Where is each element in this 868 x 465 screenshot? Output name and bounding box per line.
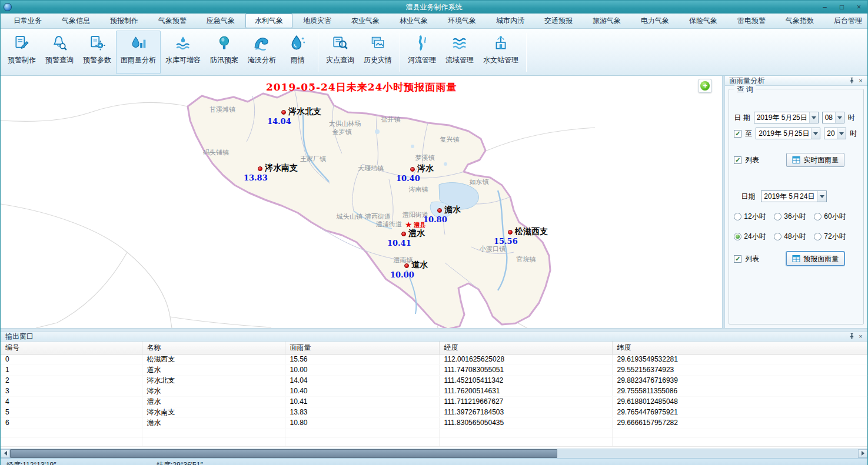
- end-date-checkbox[interactable]: ✓: [734, 130, 741, 138]
- pin-icon[interactable]: [847, 76, 856, 85]
- scrollbar-track[interactable]: [557, 449, 858, 458]
- station-dot-icon: [281, 110, 286, 115]
- table-cell: 112.001625625028: [439, 354, 612, 364]
- scroll-left-icon[interactable]: [1, 449, 10, 458]
- pin-icon[interactable]: [847, 332, 856, 340]
- duration-radio-4[interactable]: 48小时: [774, 232, 814, 242]
- toolbar-item-disaster-history[interactable]: 历史灾情: [359, 31, 397, 74]
- table-row[interactable]: 3涔水10.40111.7620051463129.7555811355086: [1, 386, 867, 396]
- menu-tab-0[interactable]: 日常业务: [4, 14, 51, 28]
- toolbar-item-rain-condition[interactable]: 雨情: [281, 31, 315, 74]
- station-dot-icon: [258, 166, 262, 171]
- table-row[interactable]: 5涔水南支13.83111.39726718450329.76544769759…: [1, 407, 867, 417]
- warning-create-icon: [13, 34, 31, 52]
- toolbar-item-disaster-point-query[interactable]: 灾点查询: [321, 31, 359, 74]
- menu-tab-2[interactable]: 预报制作: [101, 14, 148, 28]
- duration-radio-2[interactable]: 60小时: [814, 212, 859, 222]
- toolbar-item-flood-plan[interactable]: 防汛预案: [205, 31, 243, 74]
- panel-close-icon[interactable]: ×: [856, 76, 865, 85]
- table-cell: 1: [1, 364, 142, 375]
- zoom-in-button[interactable]: +: [698, 79, 712, 93]
- menu-tab-10[interactable]: 城市内涝: [487, 14, 534, 28]
- toolbar-item-warning-params[interactable]: 预警参数: [78, 31, 116, 74]
- column-header[interactable]: 名称: [142, 342, 285, 354]
- table-cell: 10.00: [285, 364, 439, 375]
- table-cell: 29.7654476975921: [612, 407, 867, 417]
- scroll-right-icon[interactable]: [858, 449, 867, 458]
- toolbar-item-hydro-station-management[interactable]: 水文站管理: [478, 31, 523, 74]
- column-header[interactable]: 编号: [1, 342, 142, 354]
- scrollbar-thumb[interactable]: [10, 449, 557, 458]
- toolbar-item-reservoir-capacity[interactable]: 水库可增容: [161, 31, 205, 74]
- forecast-list-checkbox[interactable]: ✓: [734, 255, 741, 263]
- title-bar: 澧县业务制作系统 – □ ×: [1, 1, 867, 14]
- town-label: 码头铺镇: [203, 148, 229, 157]
- toolbar-item-warning-create[interactable]: 预警制作: [3, 31, 41, 74]
- table-cell: 松滋西支: [142, 354, 285, 364]
- duration-radio-3[interactable]: 24小时: [734, 232, 774, 242]
- menu-tab-1[interactable]: 气象信息: [52, 14, 99, 28]
- table-row[interactable]: 1道水10.00111.74708305505129.552156374923: [1, 364, 867, 375]
- map-overlay: 甘溪滩镇太供山林场金罗镇盐井镇复兴镇码头铺镇王家厂镇大堰垱镇梦溪镇涔南镇如东镇城…: [1, 76, 722, 328]
- menu-tab-9[interactable]: 环境气象: [438, 14, 485, 28]
- toolbar-item-area-rainfall-analysis[interactable]: 面雨量分析: [116, 31, 161, 74]
- menu-tab-15[interactable]: 雷电预警: [728, 14, 775, 28]
- table-cell: 涔水南支: [142, 407, 285, 417]
- menu-tab-16[interactable]: 气象指数: [776, 14, 823, 28]
- realtime-rainfall-button[interactable]: 实时面雨量: [786, 153, 844, 167]
- duration-radio-1[interactable]: 36小时: [774, 212, 814, 222]
- menu-tab-13[interactable]: 电力气象: [631, 14, 679, 28]
- radio-icon: [814, 233, 822, 240]
- menu-tab-17[interactable]: 后台管理: [824, 14, 868, 28]
- table-cell: 0: [1, 354, 142, 364]
- map-canvas[interactable]: 2019-05-24日未来24小时预报面雨量 +: [1, 76, 722, 328]
- forecast-date-label: 日期: [741, 192, 755, 202]
- table-row[interactable]: 2涔水北支14.04111.45210541134229.88234767169…: [1, 375, 867, 386]
- table-row[interactable]: 6澹水10.80111.83056505043529.6666157957282: [1, 417, 867, 428]
- menu-tab-11[interactable]: 交通预报: [535, 14, 582, 28]
- end-hour-combobox[interactable]: 20: [824, 128, 846, 139]
- end-date-combobox[interactable]: 2019年 5月25日: [756, 128, 820, 139]
- table-cell: 13.83: [285, 407, 439, 417]
- column-header[interactable]: 经度: [439, 342, 612, 354]
- radio-icon: [734, 213, 741, 220]
- toolbar-item-warning-query[interactable]: 预警查询: [41, 31, 78, 74]
- map-title: 2019-05-24日未来24小时预报面雨量: [1, 81, 722, 94]
- forecast-rainfall-button[interactable]: 预报面雨量: [786, 252, 844, 266]
- station-value: 13.83: [244, 173, 268, 182]
- column-header[interactable]: 面雨量: [285, 342, 439, 354]
- toolbar-item-inundation-analysis[interactable]: 淹没分析: [243, 31, 281, 74]
- menu-tab-5[interactable]: 水利气象: [245, 14, 292, 28]
- column-header[interactable]: 纬度: [612, 342, 867, 354]
- menu-tab-4[interactable]: 应急气象: [197, 14, 244, 28]
- table-row[interactable]: 0松滋西支15.56112.00162562502829.61935495322…: [1, 354, 867, 364]
- forecast-date-combobox[interactable]: 2019年 5月24日: [761, 190, 827, 202]
- menu-tab-7[interactable]: 农业气象: [342, 14, 389, 28]
- radio-label: 72小时: [824, 232, 846, 242]
- menu-tab-3[interactable]: 气象预警: [149, 14, 196, 28]
- duration-radio-0[interactable]: 12小时: [734, 212, 774, 222]
- toolbar-item-label: 淹没分析: [248, 55, 276, 65]
- realtime-list-checkbox[interactable]: ✓: [734, 156, 741, 164]
- table-cell: 14.04: [285, 375, 439, 386]
- toolbar-item-label: 水文站管理: [483, 55, 518, 65]
- output-close-icon[interactable]: ×: [856, 332, 865, 340]
- station-name: 澧水: [408, 228, 425, 239]
- forecast-list-label: 列表: [745, 254, 759, 264]
- station-value: 10.80: [423, 215, 447, 224]
- start-hour-combobox[interactable]: 08: [822, 112, 844, 123]
- radio-icon: [814, 213, 822, 220]
- toolbar-item-river-management[interactable]: 河流管理: [403, 31, 441, 74]
- duration-radio-5[interactable]: 72小时: [814, 232, 859, 242]
- menu-bar: 日常业务气象信息预报制作气象预警应急气象水利气象地质灾害农业气象林业气象环境气象…: [1, 14, 867, 29]
- start-date-combobox[interactable]: 2019年 5月25日: [754, 112, 819, 123]
- menu-tab-14[interactable]: 保险气象: [680, 14, 727, 28]
- menu-tab-8[interactable]: 林业气象: [390, 14, 437, 28]
- station-value: 10.41: [387, 239, 411, 247]
- toolbar-item-basin-management[interactable]: 流域管理: [441, 31, 478, 74]
- table-row[interactable]: 4澧水10.41111.71121966762729.6188012485048: [1, 396, 867, 407]
- horizontal-scrollbar[interactable]: [1, 449, 867, 458]
- menu-tab-6[interactable]: 地质灾害: [294, 14, 341, 28]
- forecast-rainfall-button-label: 预报面雨量: [803, 254, 839, 264]
- menu-tab-12[interactable]: 旅游气象: [583, 14, 630, 28]
